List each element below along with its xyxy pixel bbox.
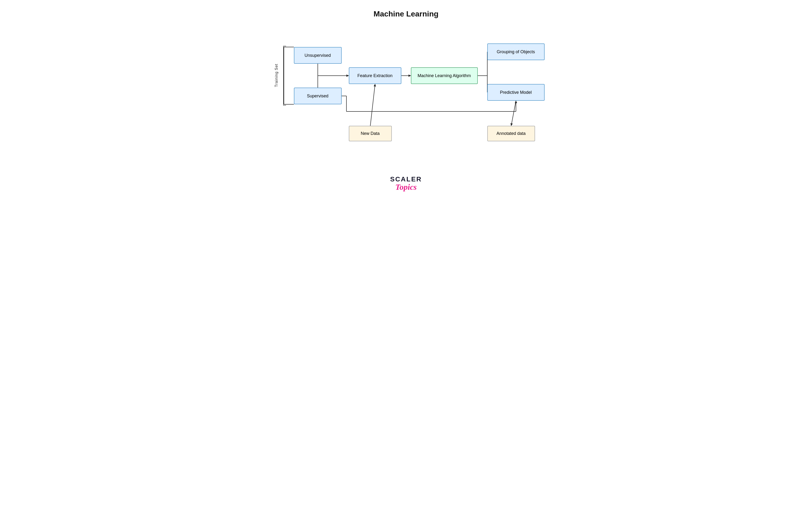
- scaler-brand: SCALER Topics: [268, 176, 545, 191]
- svg-marker-22: [510, 123, 513, 126]
- training-set-label: Training Set: [274, 64, 279, 87]
- ml-algorithm-box: Machine Learning Algorithm: [411, 67, 478, 84]
- page-title: Machine Learning: [268, 9, 545, 19]
- svg-marker-18: [515, 101, 517, 103]
- predictive-model-box: Predictive Model: [487, 84, 545, 101]
- training-set-bracket: [283, 46, 286, 105]
- svg-marker-2: [346, 74, 349, 77]
- scaler-text: SCALER: [268, 176, 545, 183]
- page-container: Machine Learning Training Set Unsupervis…: [263, 0, 549, 203]
- svg-line-21: [511, 101, 516, 126]
- grouping-box: Grouping of Objects: [487, 43, 545, 60]
- new-data-box: New Data: [349, 126, 392, 141]
- supervised-box: Supervised: [294, 88, 342, 104]
- annotated-data-box: Annotated data: [487, 126, 535, 141]
- svg-marker-8: [408, 74, 411, 77]
- topics-text: Topics: [268, 183, 545, 191]
- feature-extraction-box: Feature Extraction: [349, 67, 401, 84]
- svg-line-19: [370, 84, 375, 126]
- svg-marker-20: [373, 84, 376, 87]
- diagram-area: Training Set Unsupervised Supervised Fea…: [268, 33, 545, 166]
- unsupervised-box: Unsupervised: [294, 47, 342, 64]
